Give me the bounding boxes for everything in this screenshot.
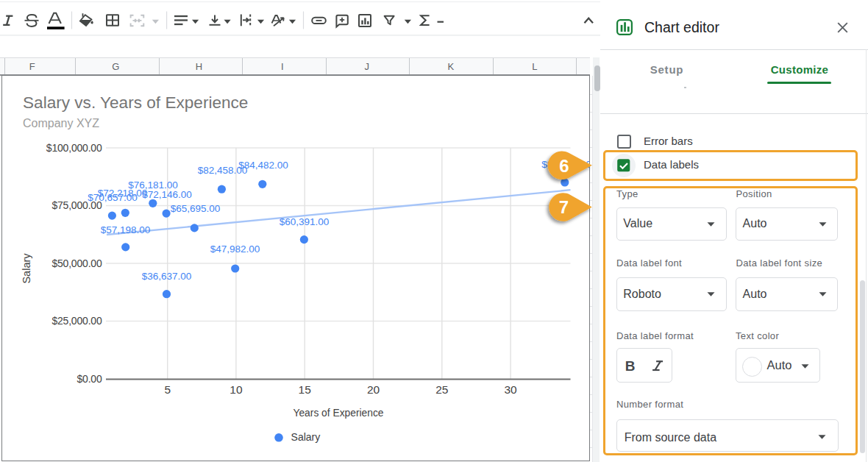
svg-text:$72,146.00: $72,146.00 xyxy=(142,189,192,200)
svg-text:$60,391.00: $60,391.00 xyxy=(280,216,330,227)
svg-text:20: 20 xyxy=(367,383,380,396)
svg-text:$25,000.00: $25,000.00 xyxy=(51,315,102,327)
svg-text:$84,482.00: $84,482.00 xyxy=(238,160,288,171)
svg-text:Salary vs. Years of Experience: Salary vs. Years of Experience xyxy=(23,93,248,112)
svg-text:30: 30 xyxy=(504,383,517,396)
svg-text:15: 15 xyxy=(299,383,311,396)
svg-text:5: 5 xyxy=(164,383,171,396)
svg-text:10: 10 xyxy=(230,383,243,396)
svg-text:$47,982.00: $47,982.00 xyxy=(210,244,260,255)
svg-text:$0.00: $0.00 xyxy=(77,373,102,385)
svg-text:$100,000.00: $100,000.00 xyxy=(46,142,102,154)
svg-text:Salary: Salary xyxy=(21,253,32,284)
svg-text:$57,198.00: $57,198.00 xyxy=(101,224,151,235)
svg-text:Salary: Salary xyxy=(291,431,321,443)
svg-text:Company XYZ: Company XYZ xyxy=(23,117,99,129)
svg-text:$70,657.00: $70,657.00 xyxy=(88,192,138,203)
svg-text:$50,000.00: $50,000.00 xyxy=(51,257,102,269)
svg-text:$36,637.00: $36,637.00 xyxy=(142,271,192,282)
svg-text:7: 7 xyxy=(559,197,569,217)
svg-text:25: 25 xyxy=(435,383,448,396)
svg-text:6: 6 xyxy=(559,156,569,176)
svg-text:$65,695.00: $65,695.00 xyxy=(171,203,221,214)
svg-text:Years of Experience: Years of Experience xyxy=(294,408,384,419)
